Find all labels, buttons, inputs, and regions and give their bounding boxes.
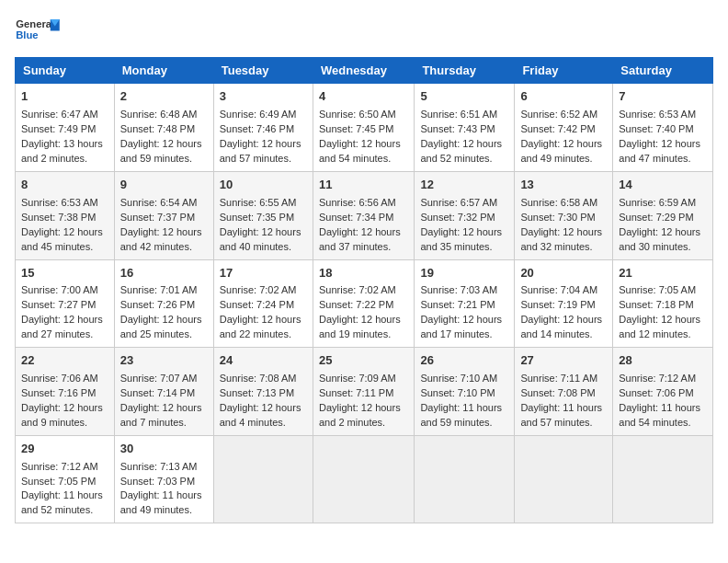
- day-info: Sunset: 7:08 PM: [520, 386, 607, 401]
- day-number: 5: [420, 88, 508, 106]
- day-number: 19: [420, 265, 508, 282]
- calendar-cell: 23Sunrise: 7:07 AMSunset: 7:14 PMDayligh…: [114, 348, 213, 436]
- calendar-cell: 12Sunrise: 6:57 AMSunset: 7:32 PMDayligh…: [415, 171, 515, 259]
- calendar-cell: 19Sunrise: 7:03 AMSunset: 7:21 PMDayligh…: [415, 259, 515, 348]
- day-info: Daylight: 12 hours: [21, 225, 108, 240]
- day-info: Sunset: 7:48 PM: [120, 122, 208, 137]
- day-info: Daylight: 12 hours: [319, 225, 408, 240]
- day-info: Sunrise: 7:02 AM: [220, 283, 307, 298]
- day-info: Sunrise: 6:47 AM: [21, 108, 108, 122]
- day-info: and 35 minutes.: [420, 240, 508, 255]
- day-info: Daylight: 12 hours: [220, 313, 307, 327]
- calendar-cell: 13Sunrise: 6:58 AMSunset: 7:30 PMDayligh…: [515, 171, 613, 259]
- day-info: and 12 minutes.: [619, 327, 707, 342]
- header-friday: Friday: [515, 58, 613, 84]
- day-number: 13: [520, 177, 607, 194]
- day-info: Sunrise: 6:52 AM: [520, 108, 607, 122]
- day-info: and 49 minutes.: [120, 503, 208, 518]
- day-info: Daylight: 12 hours: [520, 137, 607, 152]
- day-info: Sunrise: 7:08 AM: [220, 372, 307, 386]
- day-number: 8: [21, 177, 108, 194]
- day-info: Daylight: 12 hours: [220, 401, 307, 416]
- day-info: Sunrise: 6:49 AM: [220, 108, 307, 122]
- day-info: Sunrise: 7:07 AM: [120, 372, 208, 386]
- day-number: 23: [120, 352, 208, 370]
- calendar-cell: 8Sunrise: 6:53 AMSunset: 7:38 PMDaylight…: [16, 171, 115, 259]
- calendar-cell: 20Sunrise: 7:04 AMSunset: 7:19 PMDayligh…: [515, 259, 613, 348]
- day-info: and 47 minutes.: [619, 152, 707, 167]
- day-number: 9: [120, 177, 208, 194]
- day-info: Sunrise: 7:05 AM: [619, 283, 707, 298]
- header-tuesday: Tuesday: [213, 58, 313, 84]
- calendar-table: SundayMondayTuesdayWednesdayThursdayFrid…: [15, 57, 713, 523]
- day-info: Sunrise: 7:13 AM: [120, 460, 208, 475]
- calendar-cell: 29Sunrise: 7:12 AMSunset: 7:05 PMDayligh…: [16, 435, 115, 523]
- day-number: 30: [120, 441, 208, 458]
- day-number: 10: [220, 177, 307, 194]
- day-number: 21: [619, 265, 707, 282]
- day-info: Sunrise: 6:59 AM: [619, 196, 707, 211]
- day-info: Sunset: 7:10 PM: [420, 386, 508, 401]
- day-info: and 22 minutes.: [220, 327, 307, 342]
- day-info: Daylight: 11 hours: [21, 488, 108, 503]
- day-info: and 9 minutes.: [21, 416, 108, 431]
- day-info: Daylight: 12 hours: [220, 137, 307, 152]
- day-info: and 32 minutes.: [520, 240, 607, 255]
- day-info: and 30 minutes.: [619, 240, 707, 255]
- day-number: 24: [220, 352, 307, 370]
- day-info: Sunset: 7:03 PM: [120, 475, 208, 489]
- day-info: Daylight: 12 hours: [420, 225, 508, 240]
- calendar-cell: 18Sunrise: 7:02 AMSunset: 7:22 PMDayligh…: [313, 259, 414, 348]
- day-info: Daylight: 12 hours: [619, 137, 707, 152]
- day-info: Sunrise: 6:54 AM: [120, 196, 208, 211]
- calendar-week-4: 22Sunrise: 7:06 AMSunset: 7:16 PMDayligh…: [16, 348, 713, 436]
- calendar-week-2: 8Sunrise: 6:53 AMSunset: 7:38 PMDaylight…: [16, 171, 713, 259]
- day-info: Sunrise: 6:53 AM: [619, 108, 707, 122]
- calendar-cell: 15Sunrise: 7:00 AMSunset: 7:27 PMDayligh…: [16, 259, 115, 348]
- day-info: Sunrise: 7:00 AM: [21, 283, 108, 298]
- calendar-week-5: 29Sunrise: 7:12 AMSunset: 7:05 PMDayligh…: [16, 435, 713, 523]
- day-info: Sunset: 7:13 PM: [220, 386, 307, 401]
- day-number: 17: [220, 265, 307, 282]
- header-saturday: Saturday: [613, 58, 713, 84]
- day-number: 3: [220, 88, 307, 106]
- page-header: General Blue: [15, 15, 713, 46]
- day-info: and 4 minutes.: [220, 416, 307, 431]
- day-info: Sunset: 7:18 PM: [619, 298, 707, 313]
- day-info: and 59 minutes.: [420, 416, 508, 431]
- day-info: Sunrise: 7:12 AM: [619, 372, 707, 386]
- day-info: Sunset: 7:42 PM: [520, 122, 607, 137]
- day-info: Daylight: 12 hours: [120, 313, 208, 327]
- day-info: Daylight: 13 hours: [21, 137, 108, 152]
- day-info: Daylight: 12 hours: [520, 313, 607, 327]
- day-info: Sunset: 7:35 PM: [220, 211, 307, 225]
- day-info: and 54 minutes.: [619, 416, 707, 431]
- day-info: Sunset: 7:11 PM: [319, 386, 408, 401]
- day-info: Sunset: 7:40 PM: [619, 122, 707, 137]
- day-info: Daylight: 12 hours: [520, 225, 607, 240]
- day-number: 16: [120, 265, 208, 282]
- calendar-cell: 4Sunrise: 6:50 AMSunset: 7:45 PMDaylight…: [313, 84, 414, 172]
- day-number: 28: [619, 352, 707, 370]
- calendar-cell: 16Sunrise: 7:01 AMSunset: 7:26 PMDayligh…: [114, 259, 213, 348]
- day-number: 4: [319, 88, 408, 106]
- day-info: and 57 minutes.: [520, 416, 607, 431]
- day-info: Sunrise: 6:57 AM: [420, 196, 508, 211]
- day-info: Sunrise: 6:56 AM: [319, 196, 408, 211]
- header-sunday: Sunday: [16, 58, 115, 84]
- calendar-cell: [613, 435, 713, 523]
- logo-icon: General Blue: [15, 15, 61, 46]
- calendar-cell: 28Sunrise: 7:12 AMSunset: 7:06 PMDayligh…: [613, 348, 713, 436]
- day-info: and 7 minutes.: [120, 416, 208, 431]
- calendar-cell: 11Sunrise: 6:56 AMSunset: 7:34 PMDayligh…: [313, 171, 414, 259]
- day-info: Daylight: 12 hours: [120, 401, 208, 416]
- day-info: Sunrise: 7:03 AM: [420, 283, 508, 298]
- header-wednesday: Wednesday: [313, 58, 414, 84]
- day-info: and 52 minutes.: [420, 152, 508, 167]
- day-info: Sunset: 7:29 PM: [619, 211, 707, 225]
- day-info: and 27 minutes.: [21, 327, 108, 342]
- day-number: 7: [619, 88, 707, 106]
- day-info: Daylight: 12 hours: [619, 313, 707, 327]
- day-info: Daylight: 12 hours: [420, 137, 508, 152]
- calendar-cell: 5Sunrise: 6:51 AMSunset: 7:43 PMDaylight…: [415, 84, 515, 172]
